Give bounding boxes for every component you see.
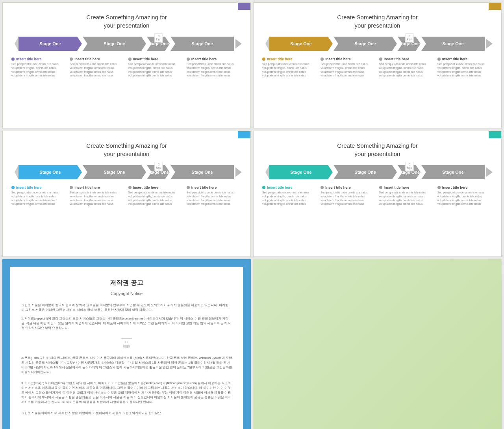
- info-title-row-2-3: Insert title here: [379, 57, 434, 61]
- slide-1: Create Something Amazing foryour present…: [2, 2, 251, 128]
- info-title-row-3-2: Insert title here: [70, 186, 125, 189]
- info-title-3-2: Insert title here: [74, 186, 100, 189]
- stage-2-1: Stage One: [269, 37, 333, 51]
- dot-1: [11, 58, 15, 61]
- center-logo-area: Stage One Clogo: [147, 37, 170, 51]
- stage-3-4: Stage One: [170, 165, 234, 179]
- dot-2: [70, 58, 73, 61]
- stage-4-1: Stage One: [269, 165, 333, 179]
- pipeline-left-arrow-2: [262, 37, 269, 51]
- info-title-3: Insert title here: [133, 57, 159, 61]
- pipeline-right-arrow-3: [235, 167, 242, 177]
- info-body-4-4: Sed perspiciatis unde omnis iste natus v…: [437, 191, 493, 206]
- info-title-row-3: Insert title here: [128, 57, 183, 61]
- copyright-section-3: 3. 아이콘(Image) & 아이콘(Icon) 그린소 내의 된 서비스, …: [21, 381, 232, 405]
- dot-3-3: [128, 186, 132, 189]
- copyright-intro: 그린소 서울은 여러분이 창의적 능력과 창의적 요력들을 여러분의 업무수에 …: [21, 303, 232, 312]
- dot-2-4: [437, 58, 441, 61]
- slide-1-accent: [238, 3, 250, 10]
- info-title-2-4: Insert title here: [442, 57, 468, 61]
- info-title-row-4-4: Insert title here: [437, 186, 493, 189]
- copyright-logo-area: Clogo: [21, 338, 232, 350]
- slide-2-accent: [489, 3, 501, 10]
- dot-4: [187, 58, 190, 61]
- info-title-row-2: Insert title here: [70, 57, 125, 61]
- center-logo-area-2: Stage One Clogo: [398, 37, 421, 51]
- info-col-2-3: Insert title here Sed perspiciatis unde …: [379, 57, 434, 78]
- info-title-row-3-4: Insert title here: [187, 186, 242, 189]
- slide-4-pipeline: Stage One Stage One Stage One Clogo Stag…: [262, 165, 493, 179]
- info-body-4-1: Sed perspiciatis unde omnis iste natus v…: [262, 191, 317, 206]
- copyright-section-3-text: 3. 아이콘(Image) & 아이콘(Icon) 그린소 내의 된 서비스, …: [21, 381, 232, 405]
- c-logo-3: Clogo: [154, 162, 163, 171]
- dot-4-2: [321, 186, 324, 189]
- copyright-title-en: Copyright Notice: [21, 291, 232, 296]
- copyright-c-logo: Clogo: [121, 338, 132, 350]
- slide-3-stages: Stage One Stage One Stage One Clogo Stag…: [11, 165, 242, 179]
- pipeline-right-arrow-2: [486, 39, 493, 48]
- pipeline-left-arrow-4: [262, 165, 269, 179]
- info-title-row-2-2: Insert title here: [321, 57, 376, 61]
- slide-3-title: Create Something Amazing foryour present…: [11, 141, 242, 158]
- info-title-row-3-1: Insert title here: [11, 186, 67, 189]
- info-col-1: Insert title here Sed perspiciatis unde …: [11, 57, 67, 78]
- copyright-section-1-text: 1. 저작권(copyright)에 관한 그린소의 모든 서비스들은 그린소나…: [21, 316, 232, 331]
- info-title-4-4: Insert title here: [442, 186, 468, 189]
- info-body-3-1: Sed perspiciatis unde omnis iste natus v…: [11, 191, 67, 206]
- info-body-2-4: Sed perspiciatis unde omnis iste natus v…: [437, 62, 493, 78]
- info-col-4-1: Insert title here Sed perspiciatis unde …: [262, 186, 317, 206]
- info-col-4: Insert title here Sed perspiciatis unde …: [187, 57, 242, 78]
- info-col-4-3: Insert title here Sed perspiciatis unde …: [379, 186, 434, 206]
- slide-1-stages: Stage One Stage One Stage One Clogo Stag…: [11, 37, 242, 51]
- info-title-row-4-1: Insert title here: [262, 186, 317, 189]
- dot-3: [128, 58, 132, 61]
- slide-4-title: Create Something Amazing foryour present…: [262, 141, 493, 158]
- pipeline-right-arrow: [235, 39, 242, 48]
- stage-2-4: Stage One: [421, 37, 485, 51]
- main-grid: Create Something Amazing foryour present…: [0, 0, 504, 429]
- dot-4-4: [437, 186, 441, 189]
- info-col-3: Insert title here Sed perspiciatis unde …: [128, 57, 183, 78]
- slide-3-accent: [238, 131, 250, 138]
- copyright-section-1: 1. 저작권(copyright)에 관한 그린소의 모든 서비스들은 그린소나…: [21, 316, 232, 331]
- info-title-row-4-2: Insert title here: [321, 186, 376, 189]
- slide-2-stages: Stage One Stage One Stage One Clogo Stag…: [262, 37, 493, 51]
- info-title-2: Insert title here: [74, 57, 100, 61]
- info-title-row-2-1: Insert title here: [262, 57, 317, 61]
- slide-4: Create Something Amazing foryour present…: [253, 131, 502, 257]
- info-title-2-2: Insert title here: [325, 57, 351, 61]
- info-title-row-1: Insert title here: [11, 57, 67, 61]
- slide-4-stages: Stage One Stage One Stage One Clogo Stag…: [262, 165, 493, 179]
- slide-2-info: Insert title here Sed perspiciatis unde …: [262, 57, 493, 78]
- slide-2-title: Create Something Amazing foryour present…: [262, 13, 493, 30]
- copyright-section-4: 그린소 서울플레이에서 더 세세한 사항은 이항이에 이분이다에서 사용해 그린…: [21, 411, 232, 416]
- pipeline-right-arrow-4: [486, 167, 493, 177]
- c-logo-4: Clogo: [405, 162, 413, 171]
- copyright-inner: 저작권 공고 Copyright Notice 그린소 서울은 여러분이 창의적…: [10, 267, 243, 429]
- stage-4-2: Stage One: [334, 165, 397, 179]
- dot-2-2: [321, 58, 324, 61]
- copyright-section-2: 2. 폰트(Font) 그린소 내의 된 서비스, 한글 폰트는, 내이면 사용…: [21, 356, 232, 375]
- info-title-4-3: Insert title here: [384, 186, 410, 189]
- stage-3-1: Stage One: [19, 165, 82, 179]
- slide-4-info: Insert title here Sed perspiciatis unde …: [262, 186, 493, 206]
- c-logo-1: Clogo: [154, 33, 163, 43]
- info-title-4-1: Insert title here: [267, 186, 293, 189]
- info-title-2-3: Insert title here: [384, 57, 410, 61]
- info-title-4-2: Insert title here: [325, 186, 351, 189]
- stage-4: Stage One: [170, 37, 234, 51]
- stage-1: Stage One: [19, 37, 82, 51]
- info-body-2: Sed perspiciatis unde omnis iste natus v…: [70, 62, 125, 78]
- info-title-3-4: Insert title here: [191, 186, 217, 189]
- slide-4-accent: [489, 131, 501, 138]
- info-title-row-4-3: Insert title here: [379, 186, 434, 189]
- slide-1-pipeline: Stage One Stage One Stage One Clogo Stag…: [11, 37, 242, 51]
- info-col-4-2: Insert title here Sed perspiciatis unde …: [321, 186, 376, 206]
- c-logo-2: Clogo: [405, 33, 413, 43]
- copyright-section-4-text: 그린소 서울플레이에서 더 세세한 사항은 이항이에 이분이다에서 사용해 그린…: [21, 411, 232, 416]
- dot-3-4: [187, 186, 190, 189]
- dot-3-2: [70, 186, 73, 189]
- info-col-3-3: Insert title here Sed perspiciatis unde …: [128, 186, 183, 206]
- info-body-4: Sed perspiciatis unde omnis iste natus v…: [187, 62, 242, 78]
- dot-3-1: [11, 186, 15, 189]
